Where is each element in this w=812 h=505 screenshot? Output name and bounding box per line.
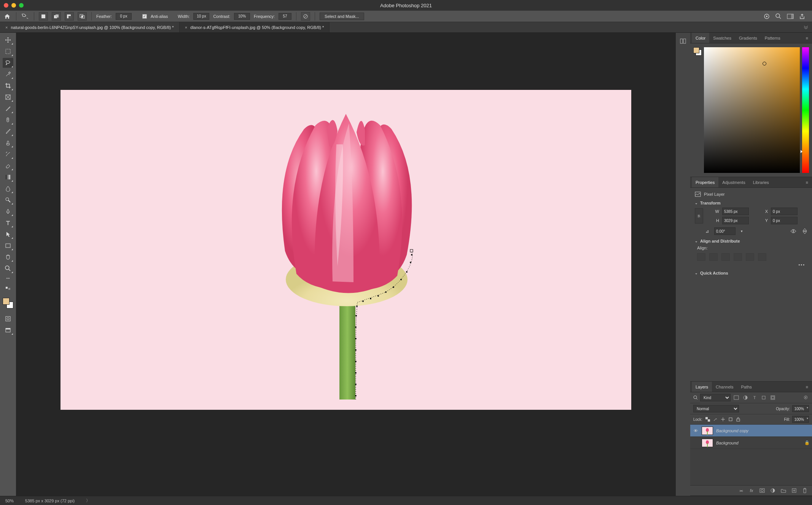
screen-mode-icon[interactable] xyxy=(3,325,13,335)
filter-toggle-icon[interactable]: ⦿ xyxy=(802,394,809,401)
align-right-icon[interactable] xyxy=(721,253,730,261)
pen-pressure-icon[interactable] xyxy=(301,12,310,21)
layer-name[interactable]: Background copy xyxy=(716,428,748,433)
gradients-tab[interactable]: Gradients xyxy=(735,33,761,43)
panel-menu-icon[interactable]: ≡ xyxy=(804,180,810,185)
color-tab[interactable]: Color xyxy=(692,33,709,43)
share-icon[interactable] xyxy=(799,13,805,19)
adjustment-layer-icon[interactable] xyxy=(769,487,776,494)
lock-transparency-icon[interactable] xyxy=(705,416,711,422)
quick-mask-icon[interactable] xyxy=(3,314,13,324)
document-canvas[interactable] xyxy=(61,90,631,410)
adjustments-tab[interactable]: Adjustments xyxy=(718,177,749,187)
edit-toolbar-icon[interactable] xyxy=(3,283,13,293)
workspace-icon[interactable] xyxy=(787,14,794,19)
layer-name[interactable]: Background xyxy=(716,441,739,445)
cloud-sync-icon[interactable] xyxy=(763,13,770,19)
group-icon[interactable] xyxy=(780,487,787,494)
eraser-tool-icon[interactable] xyxy=(3,161,13,171)
color-swatches[interactable] xyxy=(3,298,13,308)
lock-artboard-icon[interactable] xyxy=(728,416,734,422)
panel-menu-icon[interactable]: ≡ xyxy=(804,385,810,389)
filter-adjustment-icon[interactable] xyxy=(742,394,749,401)
rectangle-tool-icon[interactable] xyxy=(3,241,13,251)
y-input[interactable] xyxy=(771,217,798,224)
patterns-tab[interactable]: Patterns xyxy=(761,33,784,43)
zoom-level[interactable]: 50% xyxy=(5,499,14,503)
align-top-icon[interactable] xyxy=(734,253,742,261)
close-tab-icon[interactable]: × xyxy=(185,25,187,30)
filter-shape-icon[interactable] xyxy=(760,394,767,401)
history-brush-tool-icon[interactable] xyxy=(3,149,13,159)
doc-info[interactable]: 5385 px x 3029 px (72 ppi) xyxy=(25,499,75,503)
lock-pixels-icon[interactable] xyxy=(712,416,718,422)
layer-thumbnail[interactable] xyxy=(702,439,713,447)
path-selection-tool-icon[interactable] xyxy=(3,229,13,239)
close-window[interactable] xyxy=(4,3,8,8)
link-layers-icon[interactable]: ⫘ xyxy=(737,487,744,494)
filter-smart-icon[interactable] xyxy=(769,394,776,401)
filter-kind-select[interactable]: Kind xyxy=(700,394,731,401)
minimize-window[interactable] xyxy=(11,3,16,8)
quick-actions-header[interactable]: ⌄Quick Actions xyxy=(695,271,807,275)
blur-tool-icon[interactable] xyxy=(3,184,13,193)
canvas-area[interactable] xyxy=(16,33,676,496)
visibility-icon[interactable]: 👁 xyxy=(693,428,699,433)
pen-tool-icon[interactable] xyxy=(3,206,13,216)
intersect-selection-icon[interactable] xyxy=(78,12,87,21)
layer-item[interactable]: 👁 Background copy xyxy=(690,425,812,437)
layer-thumbnail[interactable] xyxy=(702,427,713,435)
align-center-h-icon[interactable] xyxy=(709,253,718,261)
opacity-input[interactable] xyxy=(792,405,809,412)
layer-mask-icon[interactable] xyxy=(759,487,766,494)
flip-vertical-icon[interactable] xyxy=(802,228,807,235)
layer-item[interactable]: Background 🔒 xyxy=(690,437,812,449)
lasso-tool-icon[interactable] xyxy=(3,58,13,68)
search-icon[interactable] xyxy=(775,13,782,19)
hand-tool-icon[interactable] xyxy=(3,252,13,262)
contrast-input[interactable] xyxy=(234,13,250,20)
maximize-window[interactable] xyxy=(19,3,24,8)
home-icon[interactable] xyxy=(3,12,11,21)
move-tool-icon[interactable] xyxy=(3,35,13,45)
more-options-icon[interactable]: ••• xyxy=(695,262,807,267)
paths-tab[interactable]: Paths xyxy=(737,382,756,392)
dodge-tool-icon[interactable] xyxy=(3,195,13,205)
foreground-background-swatch[interactable] xyxy=(693,47,702,56)
height-input[interactable] xyxy=(722,217,749,224)
close-tab-icon[interactable]: × xyxy=(5,25,8,30)
flip-horizontal-icon[interactable] xyxy=(790,229,797,234)
align-section-header[interactable]: ⌄Align and Distribute xyxy=(695,239,807,243)
document-tab[interactable]: × dlanor-s-ATgfRqpFfFI-unsplash.jpg @ 50… xyxy=(180,22,330,32)
properties-tab[interactable]: Properties xyxy=(692,177,718,187)
panel-group-icon[interactable] xyxy=(678,37,688,46)
tool-preset-picker[interactable] xyxy=(21,12,29,21)
panel-menu-icon[interactable]: ≡ xyxy=(804,36,810,40)
add-selection-icon[interactable] xyxy=(52,12,61,21)
layer-fx-icon[interactable]: fx xyxy=(748,487,755,494)
crop-tool-icon[interactable] xyxy=(3,81,13,91)
delete-layer-icon[interactable] xyxy=(801,487,808,494)
quick-selection-tool-icon[interactable] xyxy=(3,69,13,79)
width-input[interactable] xyxy=(193,13,209,20)
color-field[interactable] xyxy=(704,47,800,173)
align-bottom-icon[interactable] xyxy=(758,253,766,261)
frame-tool-icon[interactable] xyxy=(3,92,13,102)
subtract-selection-icon[interactable] xyxy=(65,12,74,21)
align-center-v-icon[interactable] xyxy=(746,253,754,261)
brush-tool-icon[interactable] xyxy=(3,126,13,136)
clone-stamp-tool-icon[interactable] xyxy=(3,138,13,148)
libraries-tab[interactable]: Libraries xyxy=(749,177,773,187)
gradient-tool-icon[interactable] xyxy=(3,172,13,182)
fill-input[interactable] xyxy=(792,416,809,423)
channels-tab[interactable]: Channels xyxy=(712,382,737,392)
hue-slider[interactable] xyxy=(802,47,809,173)
eyedropper-tool-icon[interactable] xyxy=(3,104,13,113)
select-and-mask-button[interactable]: Select and Mask... xyxy=(320,13,364,20)
filter-type-icon[interactable]: T xyxy=(751,394,758,401)
healing-brush-tool-icon[interactable] xyxy=(3,115,13,125)
transform-section-header[interactable]: ⌄Transform xyxy=(695,201,807,205)
tab-overflow-icon[interactable] xyxy=(800,22,812,32)
align-left-icon[interactable] xyxy=(697,253,705,261)
swatches-tab[interactable]: Swatches xyxy=(709,33,735,43)
